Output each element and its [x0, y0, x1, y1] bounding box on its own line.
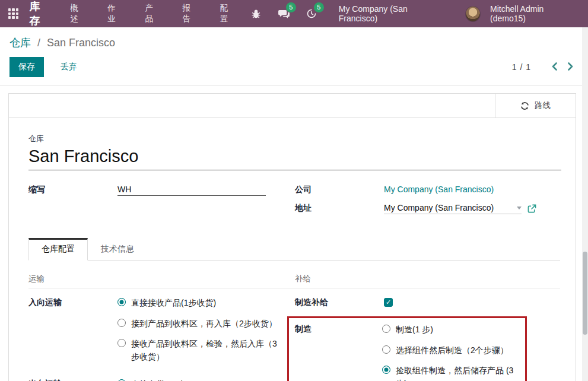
- short-name-input[interactable]: WH: [117, 185, 266, 196]
- manufacture-option-3[interactable]: 捡取组件制造，然后储存产品 (3 步): [382, 364, 525, 381]
- address-input[interactable]: My Company (San Francisco): [384, 203, 522, 214]
- radio-icon[interactable]: [117, 319, 126, 327]
- manufacture-options: 制造(1 步) 选择组件然后制造（2个步骤） 捡取组件制造，然后储存产品 (3 …: [382, 323, 525, 381]
- manufacture-option-2[interactable]: 选择组件然后制造（2个步骤）: [382, 344, 525, 357]
- company-switcher[interactable]: My Company (San Francisco): [339, 4, 445, 23]
- notebook-tabs: 仓库配置 技术信息: [28, 237, 560, 261]
- radio-icon[interactable]: [117, 339, 126, 347]
- menu-reporting[interactable]: 报告: [183, 3, 198, 24]
- apps-menu-icon[interactable]: [7, 7, 20, 20]
- tab-warehouse-configuration[interactable]: 仓库配置: [28, 238, 88, 261]
- main-menu: 概述 作业 产品 报告 配置: [70, 3, 235, 24]
- manufacture-option-1[interactable]: 制造(1 步): [382, 323, 525, 336]
- outgoing-option-1[interactable]: 直接出货（1步）: [117, 378, 260, 381]
- manufacture-resupply-label: 制造补给: [295, 297, 384, 308]
- address-value: My Company (San Francisco): [384, 203, 513, 212]
- dropdown-caret-icon[interactable]: [517, 207, 522, 209]
- incoming-option-2[interactable]: 接到产品到收料区，再入库（2步收货）: [117, 318, 281, 331]
- pager-count: 1 / 1: [512, 62, 531, 72]
- messages-badge: 5: [286, 2, 296, 12]
- warehouse-name-label: 仓库: [28, 134, 560, 144]
- menu-configuration[interactable]: 配置: [220, 3, 235, 24]
- pager-previous-icon[interactable]: [546, 61, 562, 74]
- breadcrumb-warehouses[interactable]: 仓库: [9, 37, 31, 49]
- vertical-scrollbar[interactable]: [582, 27, 588, 381]
- save-button[interactable]: 保存: [9, 57, 44, 77]
- app-name[interactable]: 库存: [29, 0, 50, 28]
- menu-overview[interactable]: 概述: [70, 3, 85, 24]
- red-annotation-box: 制造 制造(1 步) 选择组件然后制造（2个步骤）: [287, 316, 527, 381]
- incoming-shipments-options: 直接接收产品(1步收货) 接到产品到收料区，再入库（2步收货） 接收产品到收料区…: [117, 297, 281, 364]
- warehouse-name-input[interactable]: San Francisco: [28, 147, 561, 170]
- shipments-section-title: 运输: [28, 274, 295, 288]
- company-value-link[interactable]: My Company (San Francisco): [384, 185, 494, 194]
- user-menu[interactable]: Mitchell Admin (demo15): [490, 4, 579, 23]
- debug-icon[interactable]: [247, 5, 265, 23]
- incoming-shipments-label: 入向运输: [28, 297, 117, 364]
- menu-products[interactable]: 产品: [145, 3, 160, 24]
- discard-button[interactable]: 丢弃: [52, 58, 85, 77]
- company-label: 公司: [295, 185, 384, 195]
- manufacture-label: 制造: [295, 323, 382, 381]
- breadcrumb-current: San Francisco: [47, 37, 115, 49]
- button-box: 路线: [9, 94, 576, 118]
- breadcrumb-separator: /: [37, 37, 40, 49]
- radio-icon[interactable]: [382, 325, 390, 333]
- activities-badge: 5: [314, 2, 324, 12]
- menu-operations[interactable]: 作业: [107, 3, 122, 24]
- incoming-option-3[interactable]: 接收产品到收料区，检验，然后入库（3步收货）: [117, 338, 281, 363]
- radio-icon[interactable]: [117, 298, 126, 306]
- outgoing-shipments-options: 直接出货（1步） 送到待出货区，再送货（2步发货）: [117, 378, 260, 381]
- manufacture-resupply-checkbox[interactable]: [384, 298, 393, 307]
- incoming-option-1[interactable]: 直接接收产品(1步收货): [117, 297, 281, 310]
- user-avatar[interactable]: [465, 6, 481, 22]
- activities-icon[interactable]: 5: [303, 5, 320, 23]
- routes-button[interactable]: 路线: [495, 94, 576, 118]
- refresh-icon: [520, 101, 529, 110]
- address-label: 地址: [295, 203, 384, 214]
- resupply-section-title: 补给: [295, 274, 560, 288]
- tab-technical-information[interactable]: 技术信息: [88, 238, 147, 261]
- control-panel: 仓库 / San Francisco 保存 丢弃 1 / 1: [0, 27, 588, 86]
- radio-icon[interactable]: [382, 345, 390, 354]
- top-navbar: 库存 概述 作业 产品 报告 配置 5 5 My Company (San Fr…: [0, 0, 588, 27]
- short-name-label: 缩写: [28, 185, 117, 195]
- scrollbar-thumb[interactable]: [583, 252, 587, 335]
- messages-icon[interactable]: 5: [275, 5, 293, 23]
- pager-next-icon[interactable]: [562, 61, 579, 74]
- radio-icon[interactable]: [382, 366, 390, 374]
- breadcrumb: 仓库 / San Francisco: [9, 36, 579, 50]
- routes-button-label: 路线: [535, 100, 551, 111]
- form-sheet: 路线 仓库 San Francisco 缩写 WH 公司 My Company …: [8, 93, 576, 381]
- external-link-icon[interactable]: [527, 204, 536, 213]
- outgoing-shipments-label: 出向运输: [28, 378, 117, 381]
